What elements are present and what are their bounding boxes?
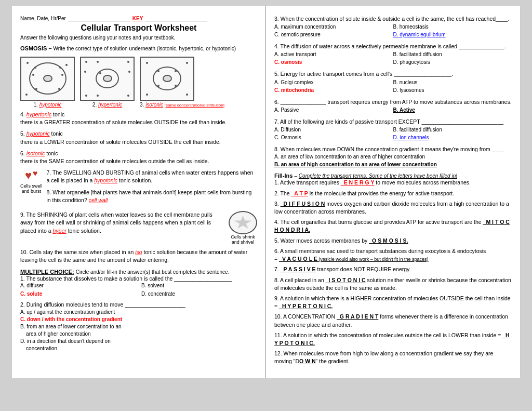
rq3-text: 3. When the concentration of solute insi… (274, 15, 512, 23)
rq5-c: C. mitochondria (274, 86, 393, 94)
q9-text-block: 9. The SHRINKING of plant cells when wat… (20, 211, 224, 238)
fi-6: 6. A small membrane sac used to transpor… (274, 247, 512, 263)
answer-3: isotonic (145, 102, 163, 108)
rq3-block: 3. When the concentration of solute insi… (274, 15, 512, 38)
rq6-block: 6. _______________ transport requires en… (274, 98, 512, 114)
mc-section: MULTIPLE CHOICE: Circle and/or fill-in t… (20, 269, 257, 352)
fi-6-answer: _V A C U O L E (279, 256, 317, 262)
fi-6-note: (vesicle would also work – but didn't fi… (317, 257, 429, 262)
rq7-block: 7. All of the following are kinds of pas… (274, 118, 512, 141)
mc-q1-d: D. concentrate (141, 290, 257, 298)
rq7-d: D. ion channels (393, 134, 512, 141)
fi-1-answer: _E N E R G Y (341, 179, 375, 185)
answer-1: hypotonic (39, 102, 62, 108)
fi-12-answer: O W N (299, 358, 316, 364)
fi-1-num: 1. Active transport requires (274, 179, 341, 185)
fi-5: 5. Water moves across membranes by _O S … (274, 237, 512, 245)
rq6-a: A. Passive (274, 106, 393, 114)
fi-8: 8. A cell placed in an _I S O T O N I C … (274, 276, 512, 292)
q6-answer: isotonic (26, 150, 45, 156)
mc-q2-choices: A. up / against the concentration gradie… (20, 309, 257, 352)
shrink-label: Cells shrinkand shrivel (231, 234, 255, 245)
osmosis-instruction: Write the correct type of solution under… (53, 46, 236, 51)
q10-text: 10. Cells stay the same size when placed… (20, 249, 135, 255)
rq4-b: B. facilitated diffusion (393, 50, 512, 58)
rq4-d: D. phagocytosis (393, 58, 512, 66)
rq5-a: A. Golgi complex (274, 78, 393, 86)
page-title: Cellular Transport Worksheet (20, 23, 257, 33)
rq3-c: C. osmotic pressure (274, 31, 393, 38)
rq7-text: 7. All of the following are kinds of pas… (274, 118, 512, 126)
mc-q1-choices: A. diffuser B. solvent C. solute D. conc… (20, 282, 257, 298)
q6-text2: there is the SAME concentration of solut… (20, 158, 209, 164)
fi-7-text: 7. (274, 266, 281, 272)
heart-icon-2: ♥ (33, 169, 38, 182)
nucleus-3 (163, 75, 172, 82)
rq3-choices: A. maximum concentration B. homeostasis … (274, 23, 512, 38)
rq3-b: B. homeostasis (393, 23, 512, 31)
q4-text1: tonic (51, 111, 64, 117)
left-column: Name, Date, Hr/Per KEY Cellular Transpor… (12, 6, 266, 378)
fi-10-answer: _G R A D I E N T (337, 313, 378, 320)
q10-answer: iso (135, 249, 142, 255)
rq6-choices: A. Passive B. Active (274, 106, 512, 114)
q7-answer: hypotonic (94, 177, 117, 183)
fill-ins-section: Fill-Ins – Complete the transport terms.… (274, 173, 512, 365)
fi-4: 4. The cell organelles that burns glucos… (274, 218, 512, 234)
fi-10: 10. A CONCENTRATION _G R A D I E N T for… (274, 313, 512, 328)
rq7-choices: A. Diffusion B. facilitated diffusion C.… (274, 126, 512, 141)
fi-2-answer: _A T P (291, 190, 308, 196)
fi-1-end: to move molecules across membranes. (374, 179, 471, 185)
fi-9-answer: _H Y P E R T O N I C. (279, 303, 332, 309)
right-column: 3. When the concentration of solute insi… (266, 6, 520, 378)
q10-block: 10. Cells stay the same size when placed… (20, 248, 257, 264)
fi-12-end: " the gradient. (316, 358, 350, 364)
q4-num: 4. (20, 111, 26, 117)
mc-q2-a: A. up / against the concentration gradie… (20, 309, 257, 316)
rq3-d: D. dynamic equilibrium (393, 31, 512, 38)
q8-block: 8. What organelle [that plants have that… (47, 189, 257, 204)
cell-inner-2 (96, 69, 119, 88)
fill-ins-dash: – (295, 173, 299, 179)
mc-instruction: Circle and/or fill-in the answer(s) that… (76, 269, 230, 275)
nucleus-2 (103, 75, 112, 82)
q5-text1: tonic (50, 130, 63, 137)
cell-inner-3 (153, 67, 181, 90)
q9-block: 9. The SHRINKING of plant cells when wat… (20, 211, 224, 235)
fi-7: 7. _P A S S I V E transport does NOT REQ… (274, 266, 512, 273)
mc-q2-c: C. down / with the concentration gradien… (20, 316, 257, 323)
key-label: KEY (132, 16, 143, 21)
fi-9: 9. A solution in which there is a HIGHER… (274, 295, 512, 310)
cell-label-2: 2. hypertonic (80, 102, 135, 108)
mc-q2-b: B. from an area of lower concentration t… (20, 323, 257, 338)
fi-11-text: 11. A solution in which the concentratio… (274, 332, 502, 338)
subtitle: Answer the following questions using you… (20, 35, 257, 41)
rq4-c: C. osmosis (274, 58, 393, 66)
rq8-block: 8. When molecules move DOWN the concentr… (274, 145, 512, 168)
fi-4-text: 4. The cell organelles that burns glucos… (274, 219, 483, 225)
mc-q2-text: 2. During diffusion molecules tend to mo… (20, 301, 257, 309)
mc-q1-c: C. solute (20, 290, 136, 298)
rq4-block: 4. The diffusion of water across a selec… (274, 43, 512, 66)
q5-block: 5. hypotonic tonic there is a LOWER conc… (20, 130, 257, 145)
rq7-c: C. Osmosis (274, 134, 393, 141)
q4-answer: hypertonic (26, 111, 51, 117)
q6-text1: tonic (45, 150, 58, 156)
answer-2: hypertonic (98, 102, 122, 108)
page-container: Name, Date, Hr/Per KEY Cellular Transpor… (11, 5, 521, 378)
rq4-a: A. active transport (274, 50, 393, 58)
name-field (68, 15, 130, 21)
rq7-a: A. Diffusion (274, 126, 393, 134)
cell-diagram-1: 1. hypotonic (20, 57, 75, 108)
fi-3-num: 3. (274, 201, 281, 207)
fi-8-answer: _I S O T O N I C (326, 277, 366, 283)
swell-section: ♥ ♥ Cells swelland burst 7. The SWELLING… (20, 169, 257, 208)
rq8-b: B. an area of high concentration to an a… (274, 161, 512, 169)
rq8-text: 8. When molecules move DOWN the concentr… (274, 145, 512, 153)
nucleus-1 (43, 75, 52, 82)
q8-answer: cell wall (89, 197, 108, 203)
fi-11: 11. A solution in which the concentratio… (274, 332, 512, 347)
q8-text: 8. What organelle [that plants have that… (47, 189, 252, 203)
fill-ins-title: Fill-Ins (274, 173, 292, 179)
mc-q1-b: B. solvent (141, 282, 257, 289)
